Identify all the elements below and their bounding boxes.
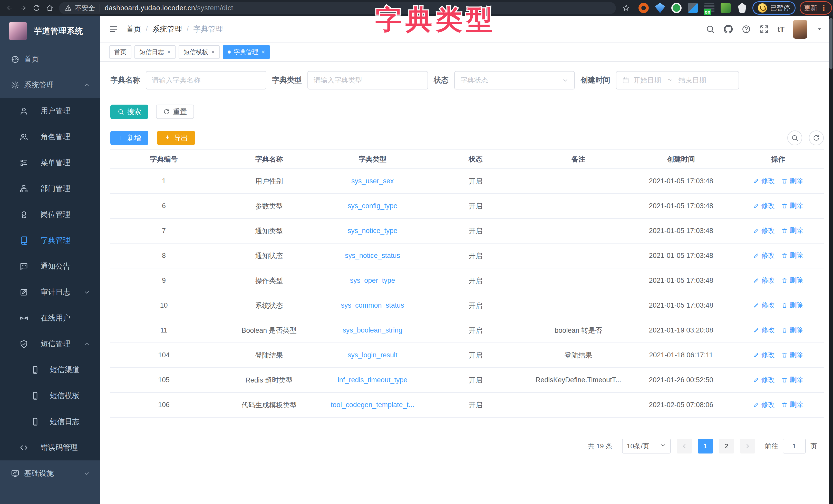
cell-dict-type-link[interactable]: sys_user_sex — [321, 169, 424, 194]
sidebar-item-menu-management[interactable]: 菜单管理 — [0, 150, 100, 176]
fullscreen-icon[interactable] — [760, 25, 769, 34]
edit-link[interactable]: 修改 — [753, 226, 775, 235]
extension-icon-5[interactable]: on — [704, 3, 714, 13]
sidebar-item-sms-log[interactable]: 短信日志 — [0, 409, 100, 434]
sidebar-item-system-management[interactable]: 系统管理 — [0, 72, 100, 98]
extension-icon-7[interactable] — [737, 3, 747, 13]
sidebar-item-sms-channel[interactable]: 短信渠道 — [0, 357, 100, 383]
edit-link[interactable]: 修改 — [753, 375, 775, 384]
tab-home[interactable]: 首页 — [109, 45, 132, 59]
cell-dict-type-link[interactable]: sys_notice_type — [321, 219, 424, 243]
cell-dict-type-link[interactable]: sys_common_status — [321, 293, 424, 318]
extension-icon-3[interactable] — [671, 3, 682, 13]
edit-link[interactable]: 修改 — [753, 176, 775, 185]
export-button[interactable]: 导出 — [157, 131, 195, 145]
dict-name-input[interactable] — [146, 71, 266, 90]
close-tab-icon[interactable]: × — [211, 49, 215, 55]
sidebar-item-role-management[interactable]: 角色管理 — [0, 124, 100, 150]
date-range-picker[interactable]: 开始日期 ~ 结束日期 — [616, 71, 739, 90]
cell-dict-type-link[interactable]: sys_boolean_string — [321, 318, 424, 343]
breadcrumb-home[interactable]: 首页 — [126, 24, 141, 34]
sidebar-item-audit-log[interactable]: 审计日志 — [0, 279, 100, 305]
page-button-1[interactable]: 1 — [698, 438, 713, 453]
tab-dict-management[interactable]: 字典管理× — [223, 45, 270, 59]
refresh-table-button[interactable] — [809, 130, 824, 145]
page-size-select[interactable]: 10条/页 — [622, 438, 671, 453]
edit-link[interactable]: 修改 — [753, 400, 775, 409]
sidebar-item-error-code[interactable]: 错误码管理 — [0, 434, 100, 460]
edit-link[interactable]: 修改 — [753, 201, 775, 210]
edit-link[interactable]: 修改 — [753, 276, 775, 285]
extension-paused-badge[interactable]: 已暂停 — [753, 1, 795, 15]
cell-dict-type-link[interactable]: inf_redis_timeout_type — [321, 368, 424, 393]
bookmark-star-icon[interactable] — [619, 2, 633, 14]
sidebar-item-infrastructure[interactable]: 基础设施 — [0, 460, 100, 486]
scrollbar-thumb[interactable] — [829, 18, 832, 69]
cell-dict-type-link[interactable]: tool_codegen_template_t... — [321, 393, 424, 417]
extension-icon-4[interactable] — [688, 3, 698, 13]
close-tab-icon[interactable]: × — [262, 49, 265, 55]
delete-link[interactable]: 删除 — [781, 251, 803, 260]
dict-type-input[interactable] — [307, 71, 428, 90]
cell-dict-type-link[interactable]: sys_config_type — [321, 194, 424, 219]
browser-home-icon[interactable] — [43, 2, 56, 14]
edit-link[interactable]: 修改 — [753, 251, 775, 260]
delete-link[interactable]: 删除 — [781, 375, 803, 384]
next-page-button[interactable] — [740, 438, 755, 453]
user-avatar[interactable] — [793, 20, 807, 39]
status-select[interactable]: 字典状态 — [454, 71, 575, 90]
search-icon[interactable] — [706, 25, 715, 34]
sidebar-item-sms-management[interactable]: 短信管理 — [0, 331, 100, 357]
sidebar-item-home[interactable]: 首页 — [0, 46, 100, 72]
delete-link[interactable]: 删除 — [781, 326, 803, 334]
sidebar-item-sms-template[interactable]: 短信模板 — [0, 383, 100, 409]
sidebar-item-dept-management[interactable]: 部门管理 — [0, 176, 100, 201]
tab-sms-template[interactable]: 短信模板× — [178, 45, 220, 59]
edit-link[interactable]: 修改 — [753, 326, 775, 334]
delete-link[interactable]: 删除 — [781, 276, 803, 285]
prev-page-button[interactable] — [677, 438, 692, 453]
address-bar[interactable]: 不安全 dashboard.yudao.iocoder.cn/system/di… — [59, 2, 616, 14]
col-dict-type: 字典类型 — [321, 150, 424, 169]
delete-link[interactable]: 删除 — [781, 350, 803, 359]
extension-icon-1[interactable] — [639, 3, 649, 13]
tab-sms-log[interactable]: 短信日志× — [135, 45, 175, 59]
github-icon[interactable] — [724, 25, 733, 34]
breadcrumb-system[interactable]: 系统管理 — [152, 24, 182, 34]
avatar-caret-down-icon[interactable] — [816, 26, 823, 32]
cell-dict-type-link[interactable]: sys_oper_type — [321, 268, 424, 293]
delete-link[interactable]: 删除 — [781, 201, 803, 210]
browser-back-icon[interactable] — [3, 2, 17, 14]
sidebar-item-post-management[interactable]: 岗位管理 — [0, 201, 100, 227]
cell-dict-type-link[interactable]: sys_login_result — [321, 343, 424, 368]
sidebar-item-online-users[interactable]: 在线用户 — [0, 305, 100, 331]
sidebar-item-dict-management[interactable]: 字典管理 — [0, 227, 100, 253]
cell-dict-type-link[interactable]: sys_notice_status — [321, 243, 424, 268]
sidebar-item-notice[interactable]: 通知公告 — [0, 253, 100, 279]
browser-menu-icon[interactable]: ⋮ — [820, 4, 828, 12]
delete-link[interactable]: 删除 — [781, 226, 803, 235]
extension-icon-6[interactable] — [721, 3, 731, 13]
browser-reload-icon[interactable] — [30, 2, 43, 14]
search-button[interactable]: 搜索 — [110, 105, 148, 119]
browser-forward-icon[interactable] — [17, 2, 30, 14]
page-button-2[interactable]: 2 — [719, 438, 734, 453]
font-size-icon[interactable]: tT — [778, 25, 784, 33]
delete-link[interactable]: 删除 — [781, 400, 803, 409]
edit-link[interactable]: 修改 — [753, 350, 775, 359]
app-logo[interactable]: 芋道管理系统 — [0, 16, 100, 46]
goto-page-input[interactable] — [783, 438, 806, 453]
add-button[interactable]: 新增 — [110, 131, 148, 145]
extension-icon-2[interactable] — [655, 3, 665, 13]
browser-scrollbar[interactable] — [829, 16, 833, 504]
hamburger-icon[interactable] — [109, 24, 119, 34]
delete-link[interactable]: 删除 — [781, 301, 803, 310]
browser-update-button[interactable]: 更新 ⋮ — [800, 1, 832, 15]
close-tab-icon[interactable]: × — [167, 49, 171, 55]
help-icon[interactable] — [742, 25, 751, 34]
toggle-search-button[interactable] — [787, 130, 802, 145]
sidebar-item-user-management[interactable]: 用户管理 — [0, 98, 100, 124]
delete-link[interactable]: 删除 — [781, 176, 803, 185]
reset-button[interactable]: 重置 — [156, 105, 194, 119]
edit-link[interactable]: 修改 — [753, 301, 775, 310]
